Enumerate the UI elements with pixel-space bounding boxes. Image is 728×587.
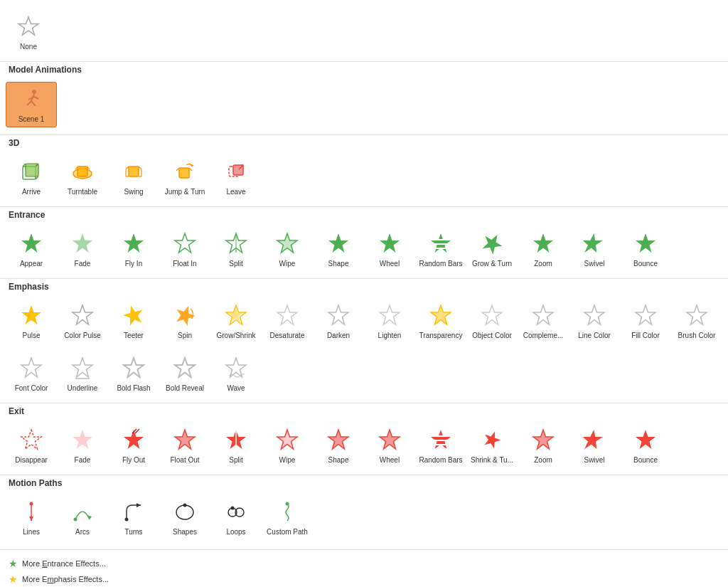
float-out-item[interactable]: Float Out (159, 423, 210, 467)
wipe-label: Wipe (279, 260, 296, 268)
teeter-item[interactable]: Teeter (108, 299, 159, 343)
appear-item[interactable]: Appear (6, 227, 57, 271)
arrive-item[interactable]: Arrive (6, 155, 57, 199)
fly-out-item[interactable]: Fly Out (108, 423, 159, 467)
lines-icon (17, 498, 46, 527)
bounce-entrance-icon (631, 230, 660, 258)
none-item[interactable]: None (9, 10, 48, 54)
more-entrance-icon: ★ (9, 558, 18, 569)
leave-item[interactable]: Leave (210, 155, 262, 199)
appear-icon (17, 230, 46, 258)
random-bars-item[interactable]: Random Bars (415, 227, 466, 271)
bounce-entrance-item[interactable]: Bounce (620, 227, 671, 271)
svg-marker-79 (431, 430, 451, 449)
underline-item[interactable]: Underline (57, 351, 108, 396)
svg-line-6 (34, 97, 38, 99)
disappear-label: Disappear (15, 456, 48, 465)
swivel-exit-icon (580, 426, 609, 455)
turntable-item[interactable]: Turntable (57, 155, 108, 199)
complement-item[interactable]: Compleme... (518, 299, 569, 343)
shape-item[interactable]: Shape (313, 227, 364, 271)
line-color-item[interactable]: Line Color (569, 299, 620, 343)
fade-out-item[interactable]: Fade (57, 423, 108, 467)
grow-turn-item[interactable]: Grow & Turn (466, 227, 518, 271)
svg-marker-89 (29, 517, 33, 521)
shape-exit-item[interactable]: Shape (313, 423, 364, 467)
fade-item[interactable]: Fade (57, 227, 108, 271)
split-item[interactable]: Split (210, 227, 262, 271)
spin-item[interactable]: Spin (159, 299, 210, 343)
shapes-item[interactable]: Shapes (159, 495, 210, 539)
more-emphasis-label: More Emphasis Effects... (22, 575, 109, 583)
fade-label: Fade (75, 260, 91, 268)
turns-icon (119, 498, 148, 527)
float-in-icon (171, 230, 199, 258)
float-in-item[interactable]: Float In (159, 227, 210, 271)
wipe-icon (273, 230, 301, 258)
split-exit-item[interactable]: Split (210, 423, 262, 467)
bold-flash-item[interactable]: Bold Flash (108, 351, 159, 396)
3d-header: 3D (0, 134, 728, 151)
svg-point-94 (176, 505, 193, 519)
zoom-label: Zoom (534, 260, 552, 268)
fill-color-item[interactable]: Fill Color (620, 299, 671, 343)
bold-reveal-item[interactable]: Bold Reveal (159, 351, 210, 396)
leave-icon (222, 158, 250, 186)
svg-marker-49 (173, 303, 198, 327)
teeter-label: Teeter (124, 332, 144, 340)
brush-color-item[interactable]: Brush Color (671, 299, 722, 343)
transparency-item[interactable]: Transparency (415, 299, 466, 343)
wave-item[interactable]: Wave (210, 351, 262, 396)
zoom-item[interactable]: Zoom (518, 227, 569, 271)
line-color-label: Line Color (578, 332, 611, 340)
object-color-label: Object Color (472, 332, 512, 340)
swing-icon (119, 158, 148, 186)
color-pulse-item[interactable]: Color Pulse (57, 299, 108, 343)
random-bars-exit-item[interactable]: Random Bars (415, 423, 466, 467)
transparency-label: Transparency (419, 332, 463, 340)
wheel-item[interactable]: Wheel (364, 227, 415, 271)
arrive-label: Arrive (22, 188, 41, 196)
svg-marker-46 (21, 305, 41, 324)
desaturate-label: Desaturate (270, 332, 305, 340)
disappear-item[interactable]: Disappear (6, 423, 57, 467)
jump-turn-item[interactable]: Jump & Turn (159, 155, 210, 199)
custom-path-icon (273, 498, 301, 527)
svg-marker-44 (582, 233, 604, 253)
emphasis-row2: Font Color Underline Bold Flash Bold (0, 347, 728, 400)
spin-icon (171, 302, 199, 330)
lighten-item[interactable]: Lighten (364, 299, 415, 343)
random-bars-exit-icon (427, 426, 455, 455)
zoom-exit-item[interactable]: Zoom (518, 423, 569, 467)
lines-label: Lines (23, 528, 40, 536)
more-emphasis-item[interactable]: ★ More Emphasis Effects... (0, 571, 728, 587)
turns-item[interactable]: Turns (108, 495, 159, 539)
arcs-item[interactable]: Arcs (57, 495, 108, 539)
scene1-item[interactable]: Scene 1 (6, 82, 57, 127)
pulse-item[interactable]: Pulse (6, 299, 57, 343)
disappear-icon (17, 426, 46, 455)
swing-item[interactable]: Swing (108, 155, 159, 199)
fly-in-item[interactable]: Fly In (108, 227, 159, 271)
wipe-exit-item[interactable]: Wipe (262, 423, 313, 467)
wheel-exit-icon (375, 426, 404, 455)
shrink-turn-item[interactable]: Shrink & Tu... (466, 423, 518, 467)
lines-item[interactable]: Lines (6, 495, 57, 539)
object-color-item[interactable]: Object Color (466, 299, 518, 343)
more-entrance-item[interactable]: ★ More Entrance Effects... (0, 556, 728, 571)
grow-shrink-item[interactable]: Grow/Shrink (210, 299, 262, 343)
darken-item[interactable]: Darken (313, 299, 364, 343)
bounce-exit-item[interactable]: Bounce (620, 423, 671, 467)
loops-item[interactable]: Loops (210, 495, 262, 539)
svg-marker-58 (533, 305, 553, 324)
swivel-exit-item[interactable]: Swivel (569, 423, 620, 467)
swivel-item[interactable]: Swivel (569, 227, 620, 271)
wheel-exit-item[interactable]: Wheel (364, 423, 415, 467)
more-entrance-label: More Entrance Effects... (22, 559, 106, 568)
custom-path-item[interactable]: Custom Path (262, 495, 313, 539)
desaturate-item[interactable]: Desaturate (262, 299, 313, 343)
wipe-item[interactable]: Wipe (262, 227, 313, 271)
font-color-item[interactable]: Font Color (6, 351, 57, 396)
custom-path-label: Custom Path (267, 528, 308, 536)
svg-marker-84 (533, 430, 553, 449)
